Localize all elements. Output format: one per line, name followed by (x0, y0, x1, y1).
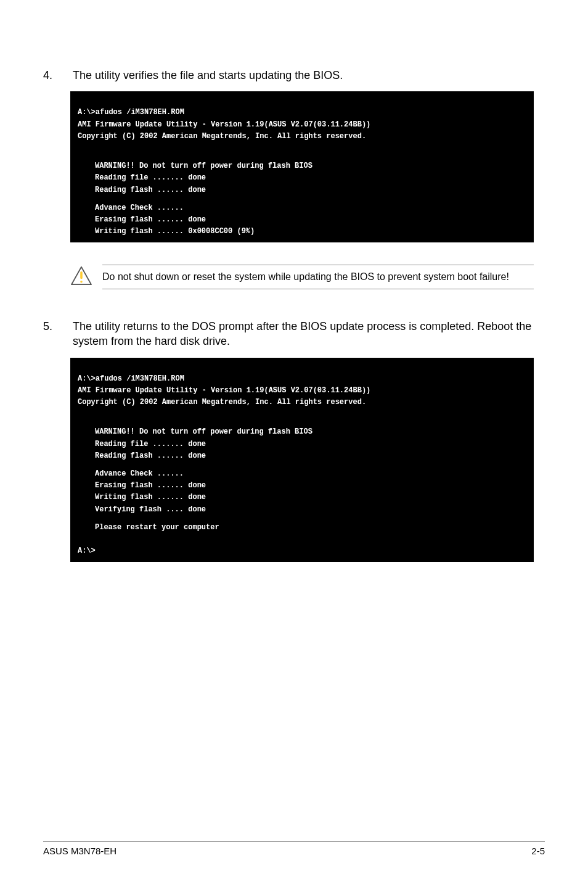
terminal-line: A:\>afudos /iM3N78EH.ROM (78, 108, 184, 117)
terminal-output-1: A:\>afudos /iM3N78EH.ROM AMI Firmware Up… (70, 91, 534, 242)
terminal-line: Reading file ....... done (78, 439, 526, 450)
terminal-line: Reading flash ...... done (78, 184, 526, 196)
terminal-output-2: A:\>afudos /iM3N78EH.ROM AMI Firmware Up… (70, 358, 534, 563)
terminal-line: A:\> (78, 547, 96, 555)
step-5: 5. The utility returns to the DOS prompt… (43, 319, 545, 349)
step-number: 5. (43, 319, 73, 349)
footer-right: 2-5 (531, 846, 545, 856)
terminal-line: Erasing flash ...... done (78, 214, 526, 226)
step-4: 4. The utility verifies the file and sta… (43, 68, 545, 83)
terminal-line: Writing flash ...... done (78, 492, 526, 503)
page-footer: ASUS M3N78-EH 2-5 (43, 841, 545, 856)
terminal-line: Writing flash ...... 0x0008CC00 (9%) (78, 226, 526, 237)
footer-left: ASUS M3N78-EH (43, 846, 116, 856)
terminal-line: Copyright (C) 2002 American Megatrends, … (78, 398, 366, 406)
step-text: The utility verifies the file and starts… (73, 68, 545, 83)
terminal-line: Advance Check ...... (78, 468, 526, 480)
terminal-line: Copyright (C) 2002 American Megatrends, … (78, 132, 366, 141)
svg-rect-1 (80, 271, 83, 279)
terminal-line: AMI Firmware Update Utility - Version 1.… (78, 386, 370, 395)
caution-note: Do not shut down or reset the system whi… (70, 260, 534, 294)
terminal-line: Advance Check ...... (78, 202, 526, 214)
terminal-line: Verifying flash .... done (78, 504, 526, 516)
terminal-line: Please restart your computer (78, 522, 526, 534)
terminal-line: WARNING!! Do not turn off power during f… (78, 160, 526, 172)
caution-icon (70, 265, 96, 288)
terminal-line: Reading file ....... done (78, 172, 526, 184)
terminal-line: WARNING!! Do not turn off power during f… (78, 426, 526, 438)
terminal-line: A:\>afudos /iM3N78EH.ROM (78, 374, 184, 383)
svg-point-2 (80, 281, 83, 283)
terminal-line: Erasing flash ...... done (78, 480, 526, 492)
caution-text: Do not shut down or reset the system whi… (102, 265, 534, 289)
step-text: The utility returns to the DOS prompt af… (73, 319, 545, 349)
step-number: 4. (43, 68, 73, 83)
terminal-line: AMI Firmware Update Utility - Version 1.… (78, 120, 370, 129)
terminal-line: Reading flash ...... done (78, 450, 526, 462)
